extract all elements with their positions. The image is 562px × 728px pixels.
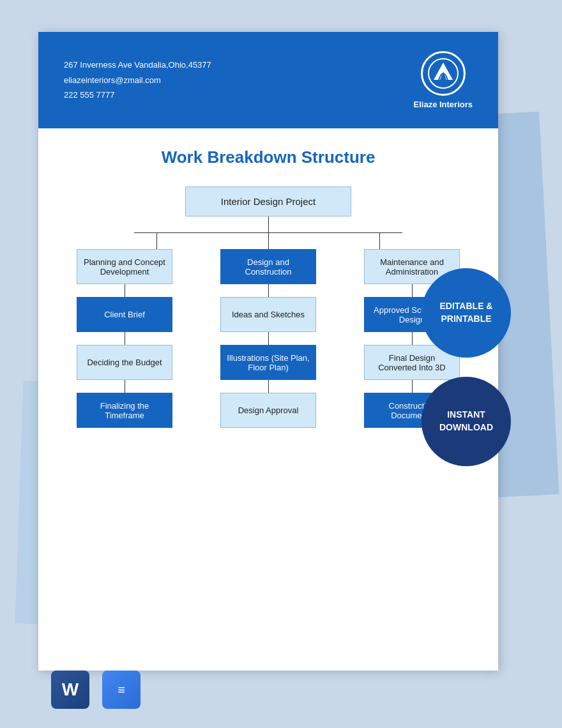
docs-icon[interactable]: ≡ <box>102 671 140 709</box>
illustrations-label: Illustrations (Site Plan, Floor Plan) <box>226 353 310 372</box>
timeframe-node: Finalizing the Timeframe <box>77 393 172 428</box>
editable-badge-text: EDITABLE &PRINTABLE <box>440 300 493 325</box>
word-icon[interactable]: W <box>51 671 89 709</box>
docs-label: ≡ <box>118 683 125 697</box>
address-line: 267 Inverness Ave Vandalia,Ohio,45377 <box>64 57 211 72</box>
branch-design: Design and Construction Ideas and Sketch… <box>208 249 329 428</box>
bottom-icons: W ≡ <box>51 671 140 709</box>
document-header: 267 Inverness Ave Vandalia,Ohio,45377 el… <box>38 32 498 128</box>
approval-node: Design Approval <box>220 393 316 428</box>
client-brief-node: Client Brief <box>77 297 172 332</box>
client-brief-label: Client Brief <box>104 310 145 319</box>
final3d-vline <box>412 332 413 345</box>
level1-row: Planning and Concept Development Client … <box>64 249 473 428</box>
root-node-label: Interior Design Project <box>221 196 315 207</box>
drop-center <box>268 233 269 249</box>
contact-info: 267 Inverness Ave Vandalia,Ohio,45377 el… <box>64 57 211 102</box>
download-badge-text: INSTANTDOWNLOAD <box>439 409 493 434</box>
editable-badge: EDITABLE &PRINTABLE <box>422 268 511 358</box>
logo-circle <box>421 51 466 96</box>
planning-label: Planning and Concept Development <box>82 257 167 277</box>
page-title: Work Breakdown Structure <box>64 148 473 167</box>
three-drops <box>134 233 402 249</box>
drop-right <box>379 233 380 249</box>
word-label: W <box>62 679 79 700</box>
branch-planning: Planning and Concept Development Client … <box>64 249 185 428</box>
ideas-label: Ideas and Sketches <box>232 310 305 319</box>
budget-label: Deciding the Budget <box>87 358 162 367</box>
construction-vline <box>412 380 413 393</box>
budget-vline <box>125 332 125 345</box>
wbs-diagram: Interior Design Project Planning and Con… <box>64 186 473 428</box>
ideas-vline <box>268 284 269 297</box>
design-node: Design and Construction <box>220 249 316 284</box>
logo-text: Eliaze Interiors <box>414 100 473 109</box>
design-label: Design and Construction <box>226 257 310 277</box>
phone-line: 222 555 7777 <box>64 87 211 102</box>
schematic-vline <box>412 284 413 297</box>
drop-left <box>156 233 157 249</box>
illustrations-node: Illustrations (Site Plan, Floor Plan) <box>220 345 316 380</box>
maintenance-label: Maintenance and Administration <box>370 257 454 277</box>
download-badge: INSTANTDOWNLOAD <box>422 377 511 466</box>
ideas-node: Ideas and Sketches <box>220 297 316 332</box>
root-node: Interior Design Project <box>185 186 351 216</box>
approval-vline <box>268 380 269 393</box>
root-vertical-line <box>268 216 269 232</box>
final3d-label: Final Design Converted Into 3D <box>370 353 454 372</box>
illustrations-vline <box>268 332 269 345</box>
planning-node: Planning and Concept Development <box>77 249 172 284</box>
timeframe-vline <box>125 380 125 393</box>
email-line: eliazeinteriors@zmail.com <box>64 73 211 87</box>
document: 267 Inverness Ave Vandalia,Ohio,45377 el… <box>38 32 498 671</box>
planning-vline <box>125 284 125 297</box>
budget-node: Deciding the Budget <box>77 345 172 380</box>
timeframe-label: Finalizing the Timeframe <box>82 401 167 420</box>
approval-label: Design Approval <box>238 406 299 415</box>
logo-icon <box>427 57 459 89</box>
logo-area: Eliaze Interiors <box>414 51 473 109</box>
